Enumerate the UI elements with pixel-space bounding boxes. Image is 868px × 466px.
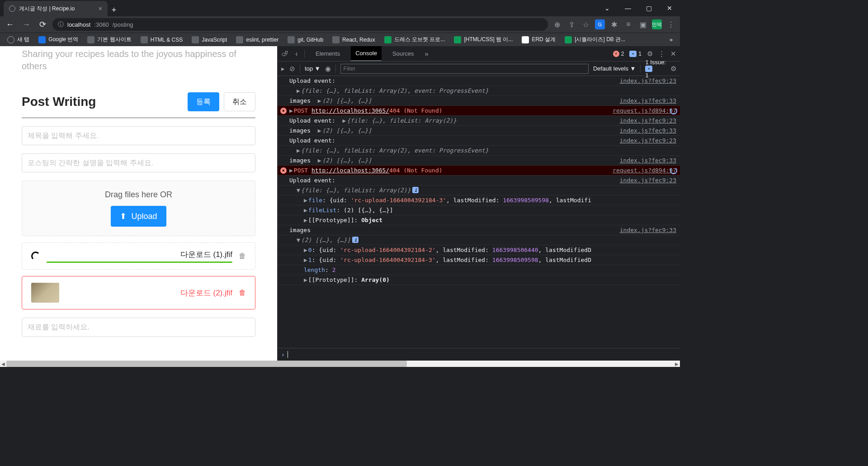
- close-devtools-icon[interactable]: ✕: [670, 50, 676, 58]
- description-input[interactable]: [22, 153, 255, 172]
- console-expanded-row: length: 2: [278, 265, 680, 275]
- bookmarks-overflow-icon[interactable]: »: [666, 35, 676, 45]
- title-input[interactable]: [22, 126, 255, 145]
- device-toggle-icon[interactable]: ⫞: [294, 50, 298, 57]
- ingredient-input[interactable]: [22, 318, 255, 337]
- back-button[interactable]: ←: [4, 18, 16, 31]
- bookmark-item[interactable]: 드레스 오브젯 프로...: [381, 34, 449, 45]
- bookmark-label: 드레스 오브젯 프로...: [394, 36, 445, 43]
- new-tab-button[interactable]: +: [108, 4, 120, 16]
- star-icon[interactable]: ☆: [580, 19, 591, 30]
- source-link[interactable]: index.js?fec9:23: [614, 77, 676, 84]
- bookmark-item[interactable]: HTML & CSS: [137, 34, 187, 45]
- devtools-tabs: ⮰ ⫞ Elements Console Sources » ×2 ▪1 ⚙ ⋮…: [278, 46, 680, 62]
- source-link[interactable]: index.js?fec9:33: [614, 157, 676, 164]
- loading-icon: [670, 167, 677, 174]
- source-link[interactable]: index.js?fec9:33: [614, 127, 676, 134]
- cancel-button[interactable]: 취소: [224, 92, 255, 111]
- devtools-tab-console[interactable]: Console: [351, 46, 382, 61]
- kebab-icon[interactable]: ⋮: [658, 50, 665, 58]
- bookmark-item[interactable]: JavaScript: [188, 34, 231, 45]
- more-tabs-icon[interactable]: »: [425, 50, 429, 57]
- submit-button[interactable]: 등록: [188, 92, 219, 111]
- extensions-icon[interactable]: ✱: [609, 19, 619, 30]
- console-input[interactable]: ›: [278, 348, 680, 361]
- console-error-row: ▶POST http://localhost:3065/ 404 (Not Fo…: [278, 166, 680, 176]
- issues-label[interactable]: 1 Issue: ▪ 1: [645, 59, 666, 79]
- scroll-right-icon[interactable]: ▶: [674, 361, 680, 366]
- info-icon: ⓘ: [58, 20, 64, 29]
- devtools-tab-sources[interactable]: Sources: [388, 47, 419, 61]
- error-count-badge[interactable]: ×2: [613, 51, 624, 57]
- console-expanded-row: ▼(2) [{…}, {…}]i: [278, 235, 680, 245]
- close-window-button[interactable]: ✕: [659, 0, 680, 16]
- console-expanded-row: ▶[[Prototype]]: Array(0): [278, 275, 680, 285]
- minimize-button[interactable]: —: [618, 0, 638, 16]
- source-link[interactable]: request.js?d894:97: [607, 167, 676, 174]
- console-output[interactable]: Upload event:index.js?fec9:23▶{file: {…}…: [278, 76, 680, 348]
- sidebar-toggle-icon[interactable]: ▸: [281, 65, 285, 73]
- source-link[interactable]: index.js?fec9:23: [614, 177, 676, 184]
- message-count-badge[interactable]: ▪1: [629, 51, 642, 57]
- trash-icon[interactable]: 🗑: [239, 252, 246, 260]
- folder-icon: [288, 36, 295, 43]
- upload-button[interactable]: ⬆ Upload: [111, 206, 166, 227]
- browser-toolbar: ← → ⟳ ⓘ localhost:3060/posting ⊕ ⇪ ☆ G ✱…: [0, 16, 680, 33]
- context-selector[interactable]: top ▼: [305, 65, 321, 72]
- console-filter-input[interactable]: [340, 64, 589, 74]
- maximize-button[interactable]: ▢: [638, 0, 659, 16]
- console-settings-icon[interactable]: ⚙: [670, 65, 676, 73]
- prompt-icon: ›: [281, 351, 285, 358]
- forward-button[interactable]: →: [20, 18, 33, 31]
- bookmarks-bar: 새 탭Google 번역기본 웹사이트HTML & CSSJavaScripte…: [0, 33, 680, 46]
- file-dropzone[interactable]: Drag files here OR ⬆ Upload: [22, 181, 255, 236]
- reload-button[interactable]: ⟳: [36, 18, 49, 31]
- profile-avatar[interactable]: 민덕: [652, 19, 662, 29]
- page-heading: Post Writing: [22, 95, 96, 109]
- side-panel-icon[interactable]: ▣: [637, 19, 648, 30]
- bookmark-item[interactable]: React, Redux: [329, 34, 379, 45]
- source-link[interactable]: index.js?fec9:23: [614, 117, 676, 124]
- scroll-left-icon[interactable]: ◀: [0, 361, 6, 366]
- tab-title: 게시글 작성 | Recipe.io: [19, 5, 75, 13]
- chevron-down-icon[interactable]: ⌄: [597, 0, 618, 16]
- menu-icon[interactable]: ⋮: [665, 19, 676, 30]
- upload-progress: [47, 262, 232, 263]
- address-bar[interactable]: ⓘ localhost:3060/posting: [52, 18, 548, 31]
- bookmark-item[interactable]: [HTML/CSS] 웹 이...: [450, 34, 516, 45]
- source-link[interactable]: index.js?fec9:23: [614, 137, 676, 144]
- bookmark-item[interactable]: Google 번역: [35, 34, 82, 45]
- window-controls: ⌄ — ▢ ✕: [597, 0, 680, 16]
- eye-icon[interactable]: ◉: [325, 65, 331, 73]
- bookmark-item[interactable]: [시퀄라이즈] DB 관...: [561, 34, 629, 45]
- bookmark-item[interactable]: 새 탭: [4, 34, 33, 45]
- source-link[interactable]: index.js?fec9:33: [614, 227, 676, 233]
- reading-list-icon[interactable]: ≡: [623, 19, 634, 30]
- devtools-tab-elements[interactable]: Elements: [311, 47, 344, 61]
- folder-icon: [141, 36, 148, 43]
- thumbnail: [31, 283, 59, 303]
- clear-console-icon[interactable]: ⊘: [289, 65, 295, 73]
- bookmark-item[interactable]: ERD 설계: [518, 34, 559, 45]
- horizontal-scrollbar[interactable]: ◀ ▶: [0, 361, 680, 367]
- inspect-icon[interactable]: ⮰: [281, 50, 288, 57]
- browser-tab[interactable]: 게시글 작성 | Recipe.io ×: [4, 1, 108, 16]
- source-link[interactable]: request.js?d894:97: [607, 107, 676, 114]
- console-log-row: Upload event:index.js?fec9:23: [278, 176, 680, 185]
- bookmark-label: eslint, prettier: [246, 37, 278, 43]
- console-expanded-row: ▶{file: {…}, fileList: Array(2), event: …: [278, 86, 680, 96]
- bookmark-label: React, Redux: [342, 37, 375, 43]
- log-levels-selector[interactable]: Default levels ▼: [593, 65, 636, 72]
- scrollbar-thumb[interactable]: [6, 361, 407, 367]
- bookmark-item[interactable]: eslint, prettier: [232, 34, 282, 45]
- bookmark-item[interactable]: 기본 웹사이트: [84, 34, 135, 45]
- share-icon[interactable]: ⇪: [566, 19, 577, 30]
- bookmark-item[interactable]: git, GitHub: [284, 34, 327, 45]
- trash-icon[interactable]: 🗑: [239, 289, 246, 297]
- source-link[interactable]: index.js?fec9:33: [614, 97, 676, 104]
- close-icon[interactable]: ×: [99, 5, 102, 12]
- translate-extension-icon[interactable]: G: [595, 19, 605, 29]
- console-log-row: Upload event: ▶{file: {…}, fileList: Arr…: [278, 116, 680, 126]
- gear-icon[interactable]: ⚙: [647, 50, 653, 58]
- zoom-icon[interactable]: ⊕: [552, 19, 562, 30]
